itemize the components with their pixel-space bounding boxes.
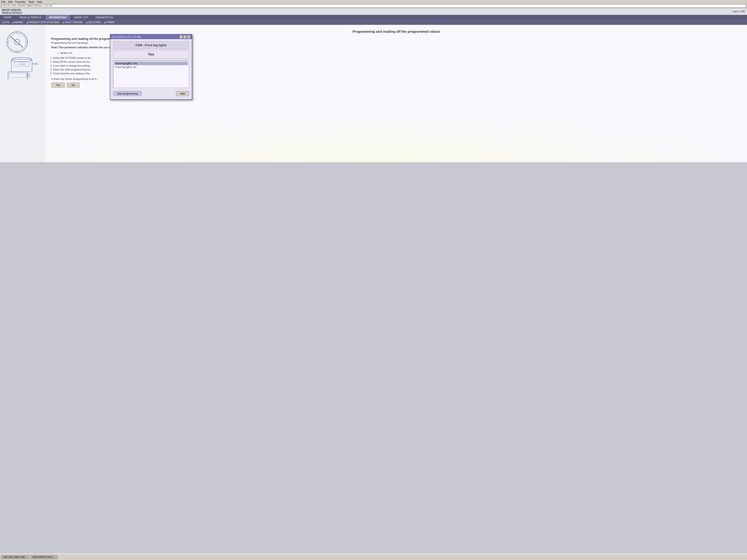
popup-list[interactable]: Front fog lights: Yes Front fog lights: …	[113, 60, 189, 88]
hide-button[interactable]: Hide	[176, 91, 189, 96]
sub-nav-rts[interactable]: RTS	[1, 21, 10, 24]
sub-nav-fault-tracing[interactable]: FAULT TRACING	[62, 21, 84, 24]
sub-nav-repair[interactable]: REPAIR	[11, 21, 25, 24]
main-content: VCT2000 Programming and reading off	[0, 25, 747, 162]
tab-start[interactable]: START	[0, 15, 16, 20]
popup-controls: − □ X	[179, 35, 190, 38]
top-bar-left: IMPORT ERRORS VEHICLE DETAILS	[2, 9, 22, 14]
svg-point-9	[11, 57, 32, 62]
user-info: admin, AME	[733, 10, 745, 13]
popup-dialog: DICE-206751 [VCC-237188] − □ X CEM - Fro…	[110, 34, 192, 100]
svg-rect-8	[11, 59, 32, 72]
address-bar	[0, 4, 747, 8]
sub-nav: RTS REPAIR PRODUCT SPECIFICATIONS FAULT …	[0, 20, 747, 25]
yes-button[interactable]: Yes	[51, 83, 65, 88]
top-bar: IMPORT ERRORS VEHICLE DETAILS admin, AME	[0, 8, 747, 15]
svg-text:VCT2000: VCT2000	[18, 63, 25, 65]
tab-diagnostics[interactable]: DIAGNOSTICS	[92, 15, 117, 20]
svg-line-3	[10, 36, 23, 47]
svg-rect-15	[9, 73, 26, 78]
taskbar-item-2[interactable]: DICE-206751 (VCC-...	[30, 555, 58, 559]
menu-bar: File Edit Favorites Tools Help	[0, 0, 747, 4]
popup-close-button[interactable]: X	[187, 35, 190, 38]
address-input[interactable]	[1, 4, 746, 7]
taskbar-item-1[interactable]: 640 (-04), 2003, D42...	[1, 555, 29, 559]
sub-nav-product-specs[interactable]: PRODUCT SPECIFICATIONS	[25, 21, 61, 24]
import-errors-link[interactable]: IMPORT ERRORS	[2, 9, 22, 11]
sub-nav-bulletins[interactable]: BULLETINS	[85, 21, 102, 24]
popup-header-label: CEM - Front fog lights	[113, 42, 189, 49]
popup-list-item-yes[interactable]: Front fog lights: Yes	[114, 61, 188, 65]
menu-file[interactable]: File	[1, 0, 5, 3]
content-area: Programming and reading off the programm…	[46, 25, 747, 162]
sidebar-illustration: VCT2000	[0, 25, 46, 162]
menu-edit[interactable]: Edit	[8, 0, 12, 3]
popup-footer: Start programming Hide	[113, 90, 189, 97]
popup-list-item-no[interactable]: Front fog lights: No	[114, 65, 188, 69]
popup-minimize-button[interactable]: −	[179, 35, 183, 38]
popup-maximize-button[interactable]: □	[183, 35, 186, 38]
app-header: IMPORT ERRORS VEHICLE DETAILS admin, AME…	[0, 8, 747, 25]
tab-work-list[interactable]: WORK LIST	[71, 15, 92, 20]
taskbar: 640 (-04), 2003, D42... DICE-206751 (VCC…	[0, 554, 747, 560]
popup-title: DICE-206751 [VCC-237188]	[112, 36, 141, 38]
menu-favorites[interactable]: Favorites	[15, 0, 26, 3]
menu-help[interactable]: Help	[37, 0, 42, 3]
page-title: Programming and reading off the programm…	[51, 29, 742, 33]
tab-information[interactable]: INFORMATION	[45, 15, 71, 20]
no-button[interactable]: No	[67, 83, 80, 88]
popup-titlebar: DICE-206751 [VCC-237188] − □ X	[110, 34, 192, 39]
browser-chrome: File Edit Favorites Tools Help	[0, 0, 747, 8]
sub-nav-forms[interactable]: FORMS	[103, 21, 116, 24]
main-nav: START VEHICLE PROFILE INFORMATION WORK L…	[0, 15, 747, 20]
vehicle-details-link[interactable]: VEHICLE DETAILS	[2, 12, 22, 14]
start-programming-button[interactable]: Start programming	[113, 91, 141, 96]
popup-current-value: Yes	[113, 50, 189, 58]
tab-vehicle-profile[interactable]: VEHICLE PROFILE	[16, 15, 45, 20]
popup-body: CEM - Front fog lights Yes Front fog lig…	[110, 39, 192, 99]
menu-tools[interactable]: Tools	[28, 0, 34, 3]
device-svg: VCT2000	[5, 29, 41, 80]
